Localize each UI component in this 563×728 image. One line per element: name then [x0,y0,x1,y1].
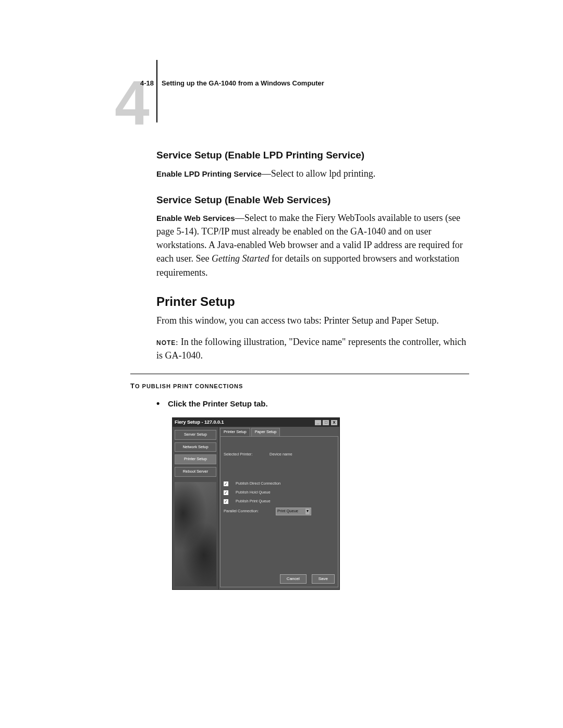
selected-printer-label: Selected Printer: [224,452,264,458]
selected-printer-row: Selected Printer: Device name [224,452,335,458]
paragraph-printer-body: From this window, you can access two tab… [156,314,469,327]
parallel-select[interactable]: Print Queue ▾ [276,508,311,515]
save-button[interactable]: Save [312,574,335,584]
minimize-icon[interactable]: _ [315,420,321,425]
body-lpd: —Select to allow lpd printing. [262,168,375,179]
checkbox-hold-row: ✓ Publish Hold Queue [224,490,335,496]
checkbox-direct-row: ✓ Publish Direct Connection [224,481,335,487]
step-row: • Click the Printer Setup tab. [156,397,469,410]
checkbox-hold-label: Publish Hold Queue [236,490,271,496]
paragraph-web: Enable Web Services—Select to make the F… [156,211,469,279]
task-heading-rest: O PUBLISH PRINT CONNECTIONS [135,383,243,389]
checkbox-print[interactable]: ✓ [224,499,228,504]
window-titlebar: Fiery Setup - 127.0.0.1 _ □ X [173,418,339,427]
window-sidebar: Server Setup Network Setup Printer Setup… [173,427,218,590]
heading-printer-setup: Printer Setup [156,293,469,311]
heading-lpd: Service Setup (Enable LPD Printing Servi… [156,148,469,163]
note-body: In the following illustration, "Device n… [156,337,466,361]
tab-paper-setup[interactable]: Paper Setup [251,428,280,436]
tab-printer-setup[interactable]: Printer Setup [220,428,250,436]
checkbox-direct[interactable]: ✓ [224,482,228,486]
parallel-select-value: Print Queue [277,509,298,514]
sidebar-printer-setup[interactable]: Printer Setup [175,454,216,464]
page-content: Service Setup (Enable LPD Printing Servi… [156,78,469,590]
window-main: Printer Setup Paper Setup Selected Print… [218,427,339,590]
lead-lpd: Enable LPD Printing Service [156,169,262,178]
lead-web: Enable Web Services [156,214,235,223]
cancel-button[interactable]: Cancel [280,574,307,584]
body-web-ital: Getting Started [212,253,270,264]
tab-bar: Printer Setup Paper Setup [219,427,339,436]
sidebar-network-setup[interactable]: Network Setup [175,442,216,452]
panel-footer: Cancel Save [224,574,335,584]
close-icon[interactable]: X [331,420,337,425]
task-heading-first: T [130,382,135,390]
chevron-down-icon: ▾ [305,509,310,514]
checkbox-direct-label: Publish Direct Connection [236,481,280,487]
checkbox-print-row: ✓ Publish Print Queue [224,499,335,504]
step-text: Click the Printer Setup tab. [168,398,268,410]
chapter-number: 4 [115,57,148,148]
parallel-label: Parallel Connection: [224,509,271,514]
fiery-setup-window: Fiery Setup - 127.0.0.1 _ □ X Server Set… [172,417,340,590]
sidebar-server-setup[interactable]: Server Setup [175,430,216,440]
paragraph-lpd: Enable LPD Printing Service—Select to al… [156,167,469,180]
sidebar-reboot-server[interactable]: Reboot Server [175,467,216,477]
section-divider [130,374,469,374]
maximize-icon[interactable]: □ [323,420,329,425]
checkbox-print-label: Publish Print Queue [236,499,271,504]
window-title: Fiery Setup - 127.0.0.1 [175,419,224,426]
task-heading: TO PUBLISH PRINT CONNECTIONS [130,381,469,391]
paragraph-note: NOTE: In the following illustration, "De… [156,335,469,362]
selected-printer-value: Device name [270,452,292,458]
note-label: NOTE: [156,339,178,347]
step-bullet: • [156,397,168,410]
page-number: 4-18 [140,79,154,89]
window-controls: _ □ X [314,419,337,426]
tab-panel: Selected Printer: Device name ✓ Publish … [220,436,338,587]
parallel-row: Parallel Connection: Print Queue ▾ [224,508,335,515]
heading-web: Service Setup (Enable Web Services) [156,193,469,207]
checkbox-hold[interactable]: ✓ [224,490,228,495]
sidebar-decor [175,482,216,586]
